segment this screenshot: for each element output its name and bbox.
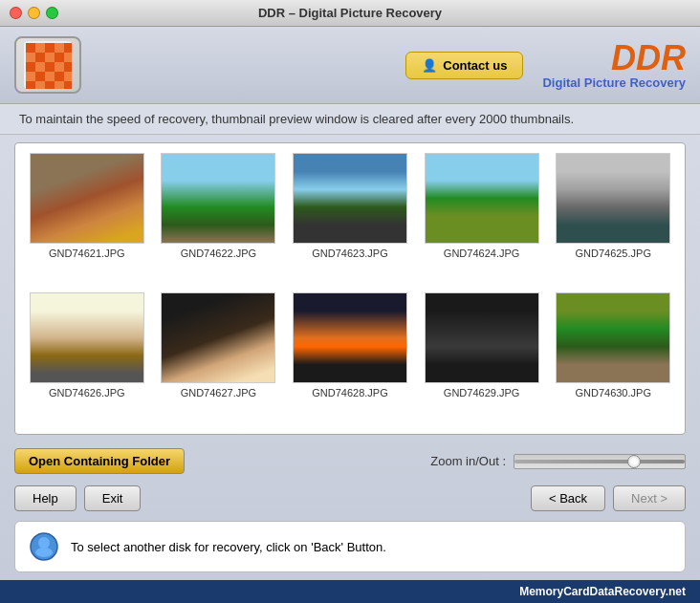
thumbnail-image: [556, 292, 670, 383]
svg-rect-17: [35, 72, 45, 81]
svg-rect-5: [64, 43, 72, 53]
brand-area: DDR Digital Picture Recovery: [542, 41, 686, 90]
svg-rect-4: [55, 43, 64, 53]
status-bar: To select another disk for recovery, cli…: [14, 521, 686, 572]
list-item[interactable]: GND74623.JPG: [288, 153, 412, 285]
svg-rect-22: [35, 81, 45, 89]
svg-rect-21: [26, 81, 35, 89]
list-item[interactable]: GND74626.JPG: [25, 292, 149, 424]
thumbnail-image: [293, 292, 407, 383]
minimize-button[interactable]: [28, 7, 40, 19]
help-button[interactable]: Help: [14, 485, 77, 511]
svg-rect-12: [35, 62, 45, 72]
footer-brand-text: MemoryCardDataRecovery.net: [519, 585, 686, 598]
thumbnail-label: GND74628.JPG: [312, 387, 387, 398]
logo-box: [14, 36, 81, 94]
zoom-section: Zoom in/Out :: [430, 454, 686, 469]
brand-subtitle: Digital Picture Recovery: [542, 75, 686, 90]
thumbnail-label: GND74624.JPG: [444, 248, 519, 259]
svg-rect-20: [64, 72, 72, 81]
status-message: To select another disk for recovery, cli…: [71, 540, 386, 554]
nav-row: Help Exit < Back Next >: [0, 480, 700, 517]
svg-rect-23: [45, 81, 55, 89]
zoom-thumb[interactable]: [627, 455, 641, 468]
contact-person-icon: 👤: [422, 58, 437, 73]
svg-rect-10: [64, 53, 72, 62]
list-item[interactable]: GND74624.JPG: [420, 153, 544, 285]
svg-rect-25: [64, 81, 72, 89]
svg-rect-19: [55, 72, 64, 81]
list-item[interactable]: GND74628.JPG: [288, 292, 412, 424]
list-item[interactable]: GND74622.JPG: [157, 153, 281, 285]
status-icon: [29, 531, 59, 562]
svg-rect-16: [26, 72, 35, 81]
svg-point-27: [35, 548, 53, 557]
svg-rect-2: [35, 43, 45, 53]
svg-rect-24: [55, 81, 64, 89]
thumbnail-image: [556, 153, 670, 244]
thumbnail-image: [161, 292, 275, 383]
svg-rect-3: [45, 43, 55, 53]
contact-button[interactable]: 👤 Contact us: [405, 52, 523, 79]
svg-rect-13: [45, 62, 55, 72]
thumbnail-image: [30, 153, 144, 244]
exit-button[interactable]: Exit: [84, 485, 142, 511]
thumbnail-label: GND74623.JPG: [312, 248, 387, 259]
next-button[interactable]: Next >: [613, 485, 686, 511]
thumbnail-label: GND74621.JPG: [49, 248, 124, 259]
thumbnail-image: [30, 292, 144, 383]
brand-title: DDR: [542, 41, 686, 75]
thumbnail-label: GND74627.JPG: [181, 387, 256, 398]
list-item[interactable]: GND74625.JPG: [551, 153, 675, 285]
svg-rect-11: [26, 62, 35, 72]
thumbnail-image: [161, 153, 275, 244]
svg-rect-8: [45, 53, 55, 62]
thumbnail-image: [293, 153, 407, 244]
list-item[interactable]: GND74627.JPG: [157, 292, 281, 424]
title-bar: DDR – Digital Picture Recovery: [0, 0, 700, 27]
controls-row: Open Containing Folder Zoom in/Out :: [0, 442, 700, 480]
window-title: DDR – Digital Picture Recovery: [258, 6, 442, 20]
list-item[interactable]: GND74629.JPG: [420, 292, 544, 424]
nav-right: < Back Next >: [531, 485, 686, 511]
footer-brand: MemoryCardDataRecovery.net: [0, 580, 700, 603]
svg-point-28: [38, 537, 50, 549]
thumbnail-section: GND74621.JPGGND74622.JPGGND74623.JPGGND7…: [14, 142, 686, 435]
open-folder-button[interactable]: Open Containing Folder: [14, 448, 185, 474]
svg-rect-7: [35, 53, 45, 62]
thumbnail-label: GND74626.JPG: [49, 387, 124, 398]
window-controls[interactable]: [10, 7, 58, 19]
svg-rect-1: [26, 43, 35, 53]
thumbnail-label: GND74630.JPG: [575, 387, 650, 398]
list-item[interactable]: GND74621.JPG: [25, 153, 149, 285]
thumbnail-image: [425, 292, 539, 383]
contact-label: Contact us: [443, 58, 507, 73]
thumbnail-image: [425, 153, 539, 244]
list-item[interactable]: GND74630.JPG: [551, 292, 675, 424]
svg-rect-9: [55, 53, 64, 62]
thumbnail-label: GND74622.JPG: [181, 248, 256, 259]
zoom-label: Zoom in/Out :: [430, 454, 506, 468]
thumbnail-grid: GND74621.JPGGND74622.JPGGND74623.JPGGND7…: [15, 143, 685, 434]
svg-rect-6: [26, 53, 35, 62]
zoom-slider[interactable]: [514, 454, 686, 469]
svg-rect-14: [55, 62, 64, 72]
zoom-track: [514, 460, 685, 463]
back-button[interactable]: < Back: [531, 485, 605, 511]
info-message: To maintain the speed of recovery, thumb…: [19, 112, 574, 126]
header: 👤 Contact us DDR Digital Picture Recover…: [0, 27, 700, 104]
info-bar: To maintain the speed of recovery, thumb…: [0, 104, 700, 135]
main-window: 👤 Contact us DDR Digital Picture Recover…: [0, 27, 700, 603]
svg-rect-15: [64, 62, 72, 72]
logo-icon: [24, 41, 72, 89]
thumbnail-label: GND74629.JPG: [444, 387, 519, 398]
close-button[interactable]: [10, 7, 22, 19]
svg-rect-18: [45, 72, 55, 81]
thumbnail-label: GND74625.JPG: [575, 248, 650, 259]
maximize-button[interactable]: [46, 7, 58, 19]
